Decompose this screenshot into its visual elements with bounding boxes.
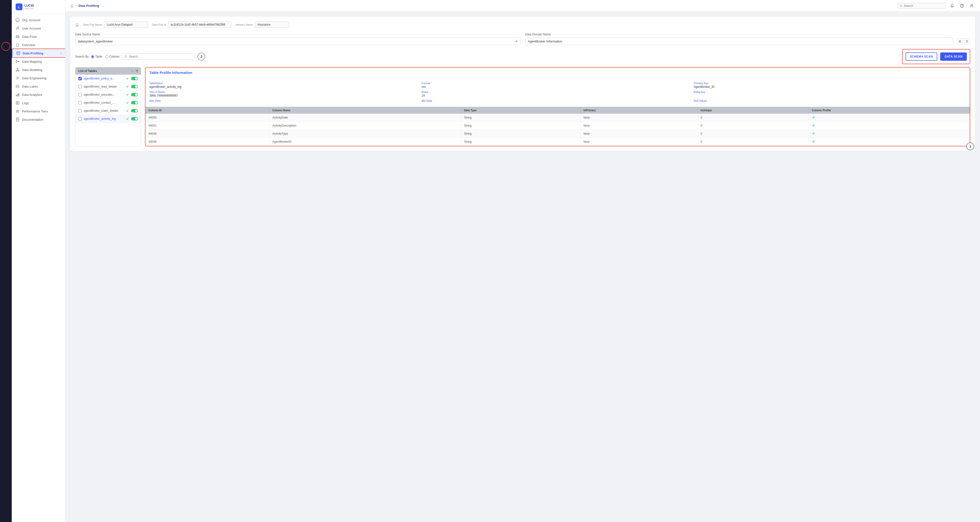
row-checkbox[interactable] <box>78 93 82 96</box>
table-row[interactable]: agentBroker_policy_d... ✔ <box>75 75 141 83</box>
table-name[interactable]: agentBroker_activity_log <box>84 117 124 121</box>
table-name[interactable]: agentBroker_policy_d... <box>84 77 124 80</box>
schema-scan-button[interactable]: SCHEMA SCAN <box>905 52 937 61</box>
table-name[interactable]: agentBroker_educatio... <box>84 93 124 96</box>
search-by-input-box[interactable] <box>122 54 195 60</box>
more-options[interactable]: ... <box>102 4 104 8</box>
toggle-switch[interactable] <box>131 85 138 88</box>
col-name-cell: ActivityDescription <box>269 122 461 130</box>
sidebar-item-label: Data Lakes <box>22 85 38 88</box>
radio-table[interactable]: Table <box>91 55 102 58</box>
sidebar-item-user-account[interactable]: User Account <box>12 24 65 32</box>
search-input[interactable] <box>904 4 943 8</box>
table-row[interactable]: agentBroker_lead_details ✔ <box>75 83 141 91</box>
row-checkbox[interactable] <box>78 109 82 113</box>
table-row[interactable]: agentBroker_contact_... ✔ <box>75 99 141 107</box>
svg-line-36 <box>901 6 902 7</box>
global-search-box[interactable] <box>897 3 946 9</box>
row-checkbox[interactable] <box>78 77 82 80</box>
sidebar-item-documentation[interactable]: Documentation <box>12 115 65 124</box>
sidebar-item-data-lakes[interactable]: Data Lakes <box>12 82 65 90</box>
home-icon[interactable] <box>70 4 74 8</box>
row-checkbox[interactable] <box>78 85 82 88</box>
search-by-input[interactable] <box>129 55 192 58</box>
help-icon <box>960 4 964 8</box>
eye-icon[interactable]: 👁 <box>812 132 815 136</box>
list-of-tables-label: List of Tables <box>78 69 97 73</box>
col-profile-cell[interactable]: 👁 <box>809 138 970 146</box>
primary-key-meta: Primary Key AgentBroker_ID <box>694 81 966 89</box>
sidebar-item-label: Documentation <box>22 118 43 122</box>
toggle-switch[interactable] <box>131 77 138 80</box>
domain-col: Data Domain Name ⊞ ☰ <box>525 33 970 45</box>
industry-input[interactable] <box>255 21 289 28</box>
pod-id-label: Data Pod Id <box>152 23 166 26</box>
col-type-header: Data Type <box>461 107 581 114</box>
col-unique-cell: 0 <box>698 122 809 130</box>
sidebar-item-performance-tiers[interactable]: Performance Tiers <box>12 107 65 115</box>
col-profile-cell[interactable]: 👁 <box>809 114 970 122</box>
grid-view-button[interactable]: ⊞ <box>957 38 963 44</box>
datasource-select[interactable]: datasystem_agentbroker <box>75 38 520 45</box>
overview-icon <box>16 43 19 47</box>
table-list-header: List of Tables ↑↓ ▽ <box>75 67 141 75</box>
sidebar-item-logs[interactable]: Logs <box>12 99 65 107</box>
list-view-button[interactable]: ☰ <box>964 38 970 44</box>
topbar: > Data Profiling ... <box>65 0 980 12</box>
scan-area: SCHEMA SCAN DATA SCAN <box>902 49 970 64</box>
eye-icon[interactable]: 👁 <box>812 124 815 128</box>
svg-line-14 <box>17 61 19 62</box>
sidebar-item-org-account[interactable]: Org. Account <box>12 16 65 24</box>
toggle-switch[interactable] <box>131 117 138 121</box>
table-name[interactable]: agentBroker_contact_... <box>84 101 124 105</box>
table-name-meta: TableName agentBroker_activity_log <box>150 81 422 89</box>
pod-name-input[interactable] <box>104 21 148 28</box>
search-by-row: Search By Table Column <box>75 53 899 60</box>
table-name-meta-value: agentBroker_activity_log <box>150 85 422 89</box>
table-row[interactable]: agentBroker_claim_details ✔ <box>75 107 141 115</box>
sort-icon[interactable]: ↑↓ <box>131 69 134 73</box>
size-meta: Size in Bytes 3866.7999999999997 <box>150 89 422 98</box>
sidebar-item-data-mapping[interactable]: Data Mapping <box>12 57 65 66</box>
row-checkbox[interactable] <box>78 101 82 105</box>
null-values-meta: Null Values <box>694 98 966 104</box>
col-profile-cell[interactable]: 👁 <box>809 130 970 138</box>
sidebar-item-data-engineering[interactable]: Data Engineering <box>12 74 65 82</box>
sidebar-item-label: Logs <box>22 101 29 105</box>
profile-panel: Table Profile Information TableName agen… <box>145 67 970 146</box>
table-name[interactable]: agentBroker_lead_details <box>84 85 124 88</box>
user-avatar[interactable] <box>968 2 975 9</box>
help-button[interactable] <box>959 2 966 9</box>
col-profile-header: Column Profile <box>809 107 970 114</box>
sidebar-item-overview[interactable]: Overview <box>12 41 65 49</box>
notifications-button[interactable] <box>949 2 956 9</box>
data-scan-button[interactable]: DATA SCAN <box>940 52 967 61</box>
step-3-badge: 3 <box>966 143 974 150</box>
table-row[interactable]: agentBroker_educatio... ✔ <box>75 91 141 99</box>
sidebar-item-label: Data Mapping <box>22 60 42 63</box>
row-checkbox[interactable] <box>78 117 82 121</box>
sidebar-item-data-modeling[interactable]: Data Modeling <box>12 66 65 74</box>
max-date-meta: Max Date <box>150 98 422 104</box>
table-row[interactable]: agentBroker_activity_log ✔ <box>75 115 141 123</box>
col-unique-cell: 0 <box>698 138 809 146</box>
pods-icon <box>16 35 19 38</box>
sidebar-item-data-analytics[interactable]: Data Analytics <box>12 90 65 99</box>
col-primary-cell: false <box>581 114 698 122</box>
radio-column[interactable]: Column <box>105 55 119 58</box>
toggle-switch[interactable] <box>131 109 138 113</box>
toggle-switch[interactable] <box>131 93 138 96</box>
eye-icon[interactable]: 👁 <box>812 140 815 144</box>
eye-icon[interactable]: 👁 <box>812 116 815 119</box>
col-profile-cell[interactable]: 👁 <box>809 122 970 130</box>
sidebar-item-data-pods[interactable]: Data Pods <box>12 32 65 41</box>
col-primary-header: IsPrimary <box>581 107 698 114</box>
toggle-switch[interactable] <box>131 101 138 105</box>
filter-icon[interactable]: ▽ <box>136 69 138 73</box>
col-name-cell: AgentBrokerID <box>269 138 461 146</box>
pod-id-input[interactable] <box>168 21 231 28</box>
domain-input[interactable] <box>525 38 953 45</box>
table-name[interactable]: agentBroker_claim_details <box>84 109 124 113</box>
sidebar-item-data-profiling[interactable]: Data Profiling › <box>12 49 65 57</box>
main-grid: List of Tables ↑↓ ▽ agentBroker_policy_d… <box>75 67 970 146</box>
